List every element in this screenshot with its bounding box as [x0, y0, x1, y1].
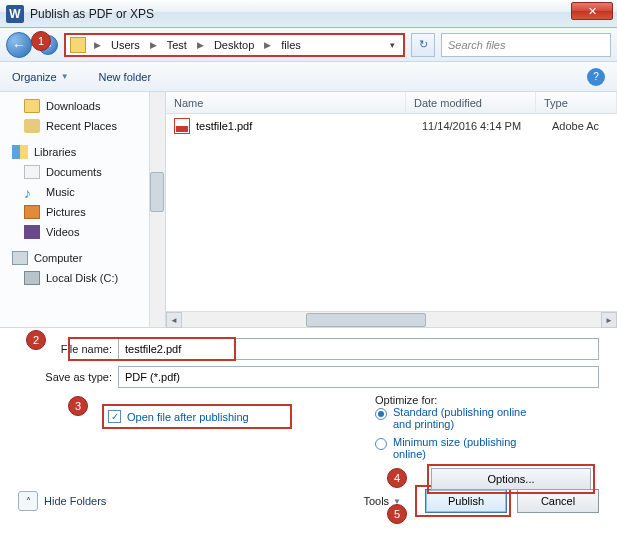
libraries-icon	[12, 145, 28, 159]
folder-icon	[70, 37, 86, 53]
file-type: Adobe Ac	[552, 120, 599, 132]
tree-item-libraries[interactable]: Libraries	[0, 142, 165, 162]
filename-label: File name:	[18, 343, 118, 355]
organize-label: Organize	[12, 71, 57, 83]
tree-label: Computer	[34, 252, 82, 264]
tree-item-documents[interactable]: Documents	[0, 162, 165, 182]
tree-item-downloads[interactable]: Downloads	[0, 96, 165, 116]
body-split: Downloads Recent Places Libraries Docume…	[0, 92, 617, 328]
annotation-badge-3: 3	[68, 396, 88, 416]
optimize-label: Optimize for:	[375, 394, 437, 406]
music-icon: ♪	[24, 185, 40, 199]
tree-label: Recent Places	[46, 120, 117, 132]
chevron-down-icon: ▼	[61, 72, 69, 81]
folder-icon	[24, 99, 40, 113]
tree-label: Downloads	[46, 100, 100, 112]
options-button[interactable]: Options...	[431, 468, 591, 490]
refresh-button[interactable]: ↻	[411, 33, 435, 57]
radio-icon	[375, 438, 387, 450]
tree-item-music[interactable]: ♪Music	[0, 182, 165, 202]
chevron-up-icon: ˄	[18, 491, 38, 511]
new-folder-button[interactable]: New folder	[99, 71, 152, 83]
breadcrumb-item[interactable]: Desktop	[212, 39, 256, 51]
column-headers: Name Date modified Type	[166, 92, 617, 114]
scroll-left-button[interactable]: ◄	[166, 312, 182, 328]
tree-item-pictures[interactable]: Pictures	[0, 202, 165, 222]
file-date: 11/14/2016 4:14 PM	[422, 120, 552, 132]
folder-tree: Downloads Recent Places Libraries Docume…	[0, 92, 166, 327]
scrollbar-thumb[interactable]	[306, 313, 426, 327]
column-type[interactable]: Type	[536, 92, 617, 113]
optimize-minimum-radio[interactable]: Minimum size (publishing online)	[375, 436, 533, 460]
open-after-publishing-checkbox[interactable]: ✓ Open file after publishing	[102, 404, 292, 429]
open-after-label: Open file after publishing	[127, 411, 249, 423]
chevron-right-icon[interactable]: ▶	[260, 40, 275, 50]
filename-input[interactable]	[118, 338, 599, 360]
radio-selected-icon	[375, 408, 387, 420]
file-row[interactable]: testfile1.pdf 11/14/2016 4:14 PM Adobe A…	[166, 114, 617, 138]
title-bar: W Publish as PDF or XPS ✕	[0, 0, 617, 28]
column-name[interactable]: Name	[166, 92, 406, 113]
tree-label: Videos	[46, 226, 79, 238]
tree-item-videos[interactable]: Videos	[0, 222, 165, 242]
saveastype-select[interactable]	[118, 366, 599, 388]
search-input[interactable]: Search files	[441, 33, 611, 57]
hide-folders-toggle[interactable]: ˄ Hide Folders	[18, 491, 106, 511]
close-button[interactable]: ✕	[571, 2, 613, 20]
pdf-icon	[174, 118, 190, 134]
chevron-right-icon[interactable]: ▶	[90, 40, 105, 50]
horizontal-scrollbar[interactable]: ◄ ►	[166, 311, 617, 327]
breadcrumb-item[interactable]: files	[279, 39, 303, 51]
annotation-badge-5: 5	[387, 504, 407, 524]
tree-label: Music	[46, 186, 75, 198]
column-date[interactable]: Date modified	[406, 92, 536, 113]
computer-icon	[12, 251, 28, 265]
disk-icon	[24, 271, 40, 285]
annotation-badge-4: 4	[387, 468, 407, 488]
help-icon[interactable]: ?	[587, 68, 605, 86]
scrollbar-thumb[interactable]	[150, 172, 164, 212]
recent-icon	[24, 119, 40, 133]
documents-icon	[24, 165, 40, 179]
address-dropdown-icon[interactable]: ▾	[386, 40, 399, 50]
back-button[interactable]: ←	[6, 32, 32, 58]
navigation-bar: ← → 1 ▶ Users ▶ Test ▶ Desktop ▶ files ▾…	[0, 28, 617, 62]
tree-label: Local Disk (C:)	[46, 272, 118, 284]
file-name: testfile1.pdf	[196, 120, 422, 132]
hide-folders-label: Hide Folders	[44, 495, 106, 507]
saveastype-label: Save as type:	[18, 371, 118, 383]
save-form: 2 3 4 5 File name: Save as type: ✓ Open …	[0, 328, 617, 525]
tree-item-computer[interactable]: Computer	[0, 248, 165, 268]
window-title: Publish as PDF or XPS	[30, 7, 154, 21]
chevron-right-icon[interactable]: ▶	[193, 40, 208, 50]
optimize-for-group: Optimize for: Standard (publishing onlin…	[375, 394, 595, 466]
tree-label: Libraries	[34, 146, 76, 158]
toolbar: Organize ▼ New folder ?	[0, 62, 617, 92]
videos-icon	[24, 225, 40, 239]
scroll-right-button[interactable]: ►	[601, 312, 617, 328]
tools-label: Tools	[363, 495, 389, 507]
tree-scrollbar[interactable]	[149, 92, 165, 327]
file-pane: Name Date modified Type testfile1.pdf 11…	[166, 92, 617, 327]
tree-item-recent[interactable]: Recent Places	[0, 116, 165, 136]
breadcrumb-item[interactable]: Test	[165, 39, 189, 51]
tree-item-local-disk[interactable]: Local Disk (C:)	[0, 268, 165, 288]
word-app-icon: W	[6, 5, 24, 23]
tree-label: Pictures	[46, 206, 86, 218]
optimize-standard-radio[interactable]: Standard (publishing online and printing…	[375, 406, 533, 430]
tree-label: Documents	[46, 166, 102, 178]
chevron-right-icon[interactable]: ▶	[146, 40, 161, 50]
annotation-outline: Options...	[427, 464, 595, 494]
organize-menu[interactable]: Organize ▼	[12, 71, 69, 83]
address-bar[interactable]: ▶ Users ▶ Test ▶ Desktop ▶ files ▾	[64, 33, 405, 57]
optimize-minimum-label: Minimum size (publishing online)	[393, 436, 533, 460]
breadcrumb-item[interactable]: Users	[109, 39, 142, 51]
annotation-badge-1: 1	[31, 31, 51, 51]
checkbox-icon: ✓	[108, 410, 121, 423]
optimize-standard-label: Standard (publishing online and printing…	[393, 406, 533, 430]
pictures-icon	[24, 205, 40, 219]
